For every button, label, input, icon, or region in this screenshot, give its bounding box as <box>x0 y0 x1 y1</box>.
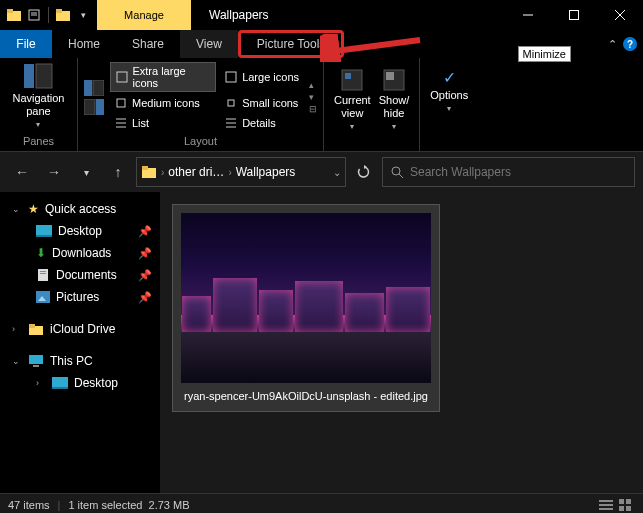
desktop-icon <box>36 225 52 237</box>
back-button[interactable]: ← <box>8 158 36 186</box>
layout-label: Details <box>242 117 276 129</box>
minimize-tooltip: Minimize <box>518 46 571 62</box>
star-icon: ★ <box>28 202 39 216</box>
qat-dropdown-icon[interactable]: ▾ <box>75 7 91 23</box>
details-view-toggle[interactable] <box>597 497 615 513</box>
layout-label: Small icons <box>242 97 298 109</box>
close-button[interactable] <box>597 0 643 30</box>
chevron-right-icon[interactable]: › <box>228 167 231 178</box>
layout-scroll-up[interactable]: ▴ <box>309 80 317 90</box>
ribbon-label: Current view <box>334 94 371 120</box>
layout-scroll-down[interactable]: ▾ <box>309 92 317 102</box>
svg-rect-16 <box>93 80 104 96</box>
sidebar-pictures[interactable]: Pictures 📌 <box>0 286 160 308</box>
breadcrumb-segment[interactable]: other dri… <box>168 165 224 179</box>
address-bar[interactable]: › other dri… › Wallpapers ⌄ <box>136 157 346 187</box>
layout-details[interactable]: Details <box>220 114 303 132</box>
sidebar-this-pc[interactable]: ⌄ This PC <box>0 350 160 372</box>
layout-expand[interactable]: ⊟ <box>309 104 317 114</box>
sidebar-documents[interactable]: Documents 📌 <box>0 264 160 286</box>
collapse-ribbon-icon[interactable]: ⌃ <box>608 38 617 51</box>
forward-button[interactable]: → <box>40 158 68 186</box>
expand-icon[interactable]: › <box>12 324 22 334</box>
up-button[interactable]: ↑ <box>104 158 132 186</box>
thumbnails-view-toggle[interactable] <box>617 497 635 513</box>
search-input[interactable] <box>410 165 626 179</box>
svg-rect-52 <box>599 504 613 506</box>
expand-icon[interactable]: › <box>36 378 46 388</box>
layout-small-icons[interactable]: Small icons <box>220 94 303 112</box>
layout-list[interactable]: List <box>110 114 216 132</box>
svg-rect-51 <box>599 500 613 502</box>
tree-label: This PC <box>50 354 93 368</box>
expand-icon[interactable]: ⌄ <box>12 356 22 366</box>
layout-medium-icons[interactable]: Medium icons <box>110 94 216 112</box>
checkmark-icon: ✓ <box>443 68 456 87</box>
tree-label: Desktop <box>58 224 102 238</box>
ribbon-label: Show/ hide <box>379 94 410 120</box>
svg-line-37 <box>399 174 403 178</box>
svg-rect-46 <box>29 324 35 328</box>
chevron-right-icon[interactable]: › <box>161 167 164 178</box>
sidebar-pc-desktop[interactable]: › Desktop <box>0 372 160 394</box>
dropdown-icon: ▾ <box>36 120 40 129</box>
group-label-panes: Panes <box>23 133 54 149</box>
md-icons-icon <box>114 96 128 110</box>
maximize-button[interactable] <box>551 0 597 30</box>
share-tab[interactable]: Share <box>116 30 180 58</box>
navigation-pane-button[interactable]: Navigation pane ▾ <box>13 62 65 129</box>
properties-icon[interactable] <box>26 7 42 23</box>
help-icon[interactable]: ? <box>623 37 637 51</box>
svg-rect-22 <box>228 100 234 106</box>
preview-pane-icon[interactable] <box>84 80 104 96</box>
sidebar-quick-access[interactable]: ⌄ ★ Quick access <box>0 198 160 220</box>
sidebar-downloads[interactable]: ⬇ Downloads 📌 <box>0 242 160 264</box>
layout-label: Large icons <box>242 71 299 83</box>
svg-rect-39 <box>36 235 52 237</box>
view-tab[interactable]: View <box>180 30 238 58</box>
expand-icon[interactable]: ⌄ <box>12 204 22 214</box>
svg-rect-48 <box>33 365 39 367</box>
navigation-tree[interactable]: ⌄ ★ Quick access Desktop 📌 ⬇ Downloads 📌… <box>0 192 160 493</box>
recent-dropdown[interactable]: ▾ <box>72 158 100 186</box>
sidebar-desktop[interactable]: Desktop 📌 <box>0 220 160 242</box>
search-box[interactable] <box>382 157 635 187</box>
ribbon-label: Options <box>430 89 468 102</box>
svg-rect-13 <box>24 64 34 88</box>
show-hide-button[interactable]: Show/ hide ▾ <box>375 66 414 133</box>
home-tab[interactable]: Home <box>52 30 116 58</box>
documents-icon <box>36 268 50 282</box>
address-dropdown-icon[interactable]: ⌄ <box>333 167 341 178</box>
file-tab[interactable]: File <box>0 30 52 58</box>
sm-icons-icon <box>224 96 238 110</box>
show-hide-icon <box>382 68 406 92</box>
layout-extra-large-icons[interactable]: Extra large icons <box>110 62 216 92</box>
svg-rect-6 <box>56 9 62 13</box>
svg-rect-50 <box>52 387 68 389</box>
svg-rect-47 <box>29 355 43 364</box>
sidebar-icloud[interactable]: › iCloud Drive <box>0 318 160 340</box>
folder-small-icon[interactable] <box>55 7 71 23</box>
details-pane-icon[interactable] <box>84 99 104 115</box>
tab-label: Home <box>68 37 100 51</box>
options-button[interactable]: ✓ Options ▾ <box>426 66 472 115</box>
svg-rect-38 <box>36 225 52 235</box>
current-view-button[interactable]: Current view ▾ <box>330 66 375 133</box>
svg-rect-19 <box>117 72 127 82</box>
svg-rect-40 <box>38 269 48 281</box>
svg-rect-34 <box>142 166 148 170</box>
minimize-button[interactable] <box>505 0 551 30</box>
picture-tools-tab[interactable]: Picture Tools <box>238 30 344 58</box>
layout-large-icons[interactable]: Large icons <box>220 62 303 92</box>
dropdown-icon: ▾ <box>447 104 451 113</box>
svg-rect-20 <box>226 72 236 82</box>
svg-rect-57 <box>626 506 631 511</box>
breadcrumb-segment[interactable]: Wallpapers <box>236 165 296 179</box>
svg-rect-21 <box>117 99 125 107</box>
file-thumbnail[interactable]: ryan-spencer-Um9AkOilDcU-unsplash - edit… <box>172 204 440 412</box>
refresh-button[interactable] <box>350 158 378 186</box>
file-list-area[interactable]: ryan-spencer-Um9AkOilDcU-unsplash - edit… <box>160 192 643 493</box>
svg-rect-49 <box>52 377 68 387</box>
manage-context-tab[interactable]: Manage <box>97 0 191 30</box>
svg-rect-8 <box>570 11 579 20</box>
